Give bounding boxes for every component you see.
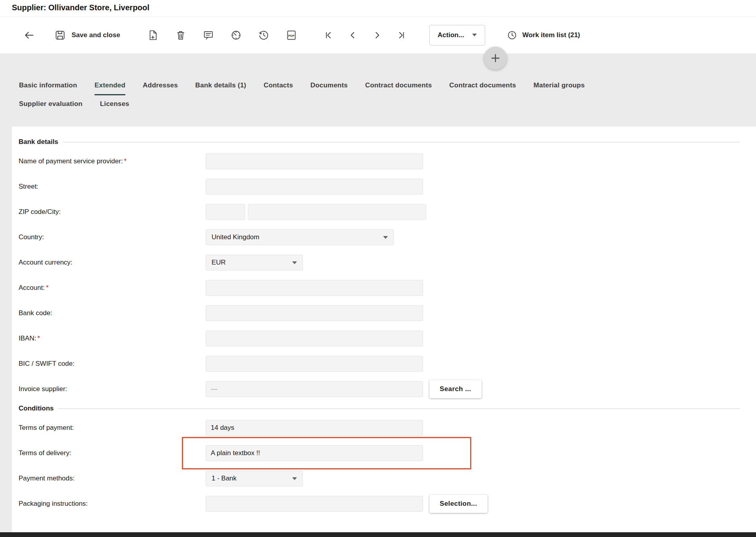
first-record-button[interactable] bbox=[321, 28, 335, 42]
last-record-button[interactable] bbox=[395, 28, 409, 42]
field-label: Name of payment service provider:* bbox=[19, 157, 206, 165]
packaging-instructions-input[interactable] bbox=[206, 496, 423, 512]
payment-methods-label-text: Payment methods: bbox=[19, 475, 75, 482]
currency-select[interactable]: EUR bbox=[206, 255, 303, 270]
field-label: Bank code: bbox=[19, 309, 206, 317]
invoice-supplier-input[interactable] bbox=[206, 381, 423, 397]
tab-basic-information[interactable]: Basic information bbox=[19, 81, 77, 95]
toolbar-icon-group: PDF bbox=[146, 28, 299, 43]
svg-text:PDF: PDF bbox=[288, 34, 295, 38]
tab-addresses[interactable]: Addresses bbox=[143, 81, 178, 95]
terms-of-delivery-input[interactable] bbox=[206, 445, 423, 461]
tab-extended[interactable]: Extended bbox=[94, 81, 125, 95]
bic-input[interactable] bbox=[206, 356, 423, 372]
row-account-currency: Account currency: EUR bbox=[19, 250, 756, 275]
iban-label-text: IBAN: bbox=[19, 335, 36, 342]
packaging-label-text: Packaging instructions: bbox=[19, 500, 88, 507]
street-input[interactable] bbox=[206, 179, 423, 195]
row-payment-provider: Name of payment service provider:* bbox=[19, 149, 756, 174]
chevron-down-icon bbox=[292, 261, 297, 264]
tab-contract-documents-1[interactable]: Contract documents bbox=[365, 81, 432, 95]
field-label: IBAN:* bbox=[19, 335, 206, 342]
account-label-text: Account: bbox=[19, 284, 45, 291]
country-select[interactable]: United Kingdom bbox=[206, 229, 394, 245]
tab-documents[interactable]: Documents bbox=[310, 81, 348, 95]
field-label: Invoice supplier: bbox=[19, 385, 206, 393]
field-label: Account:* bbox=[19, 284, 206, 292]
clock-icon bbox=[507, 30, 518, 41]
row-account: Account:* bbox=[19, 275, 756, 301]
currency-label-text: Account currency: bbox=[19, 259, 72, 266]
next-record-button[interactable] bbox=[370, 28, 384, 42]
selection-button[interactable]: Selection... bbox=[429, 495, 488, 513]
gauge-icon bbox=[230, 29, 242, 41]
search-button[interactable]: Search ... bbox=[429, 380, 482, 398]
provider-input[interactable] bbox=[206, 153, 423, 169]
history-icon bbox=[258, 29, 270, 41]
section-bank-details-label: Bank details bbox=[19, 138, 58, 146]
comment-icon bbox=[202, 29, 214, 41]
first-page-icon bbox=[323, 30, 334, 41]
section-bank-details: Bank details bbox=[19, 135, 756, 149]
history-button[interactable] bbox=[256, 28, 271, 43]
chevron-down-icon bbox=[383, 236, 388, 239]
last-page-icon bbox=[396, 30, 407, 41]
next-page-icon bbox=[372, 30, 383, 41]
action-dropdown[interactable]: Action... bbox=[429, 25, 485, 45]
terms-delivery-label-text: Terms of delivery: bbox=[19, 449, 71, 457]
pdf-icon: PDF bbox=[285, 29, 297, 41]
row-bic: BIC / SWIFT code: bbox=[19, 351, 756, 376]
back-button[interactable] bbox=[22, 28, 37, 43]
tab-contacts[interactable]: Contacts bbox=[264, 81, 293, 95]
comment-button[interactable] bbox=[201, 28, 216, 43]
toolbar: Save and close bbox=[0, 17, 756, 53]
field-label: BIC / SWIFT code: bbox=[19, 360, 206, 368]
page-title: Supplier: Ollivander Store, Liverpool bbox=[12, 3, 149, 12]
tab-supplier-evaluation[interactable]: Supplier evaluation bbox=[19, 100, 83, 113]
work-item-list-button[interactable]: Work item list (21) bbox=[504, 29, 582, 41]
tab-licenses[interactable]: Licenses bbox=[100, 100, 129, 113]
tab-row-2: Supplier evaluation Licenses bbox=[10, 100, 752, 113]
country-label-text: Country: bbox=[19, 233, 44, 241]
tab-bar: Basic information Extended Addresses Ban… bbox=[10, 81, 752, 113]
row-invoice-supplier: Invoice supplier: Search ... bbox=[19, 376, 756, 402]
invoice-supplier-label-text: Invoice supplier: bbox=[19, 385, 67, 393]
field-label: ZIP code/City: bbox=[19, 208, 206, 216]
work-item-list-label: Work item list (21) bbox=[522, 31, 580, 39]
save-and-close-button[interactable]: Save and close bbox=[52, 29, 123, 42]
section-divider bbox=[59, 408, 740, 409]
form-panel: Bank details Name of payment service pro… bbox=[12, 127, 756, 537]
payment-methods-select-value: 1 - Bank bbox=[212, 475, 236, 482]
section-divider bbox=[63, 142, 740, 142]
zip-input[interactable] bbox=[206, 204, 245, 220]
tab-material-groups[interactable]: Material groups bbox=[533, 81, 585, 95]
row-terms-of-delivery: Terms of delivery: bbox=[19, 441, 756, 466]
pdf-export-button[interactable]: PDF bbox=[284, 28, 299, 43]
row-payment-methods: Payment methods: 1 - Bank bbox=[19, 466, 756, 491]
terms-of-payment-input[interactable] bbox=[206, 420, 423, 436]
row-terms-of-payment: Terms of payment: bbox=[19, 415, 756, 441]
payment-methods-select[interactable]: 1 - Bank bbox=[206, 471, 303, 486]
iban-input[interactable] bbox=[206, 331, 423, 346]
trash-icon bbox=[175, 29, 187, 41]
tab-bank-details[interactable]: Bank details (1) bbox=[195, 81, 246, 95]
save-icon bbox=[54, 29, 66, 41]
account-input[interactable] bbox=[206, 280, 423, 296]
street-label-text: Street: bbox=[19, 183, 38, 190]
previous-page-icon bbox=[347, 30, 358, 41]
field-label: Account currency: bbox=[19, 259, 206, 267]
action-dropdown-label: Action... bbox=[438, 31, 464, 39]
bank-code-label-text: Bank code: bbox=[19, 309, 52, 317]
add-button[interactable] bbox=[484, 47, 507, 70]
gauge-button[interactable] bbox=[229, 28, 244, 43]
bank-code-input[interactable] bbox=[206, 305, 423, 321]
back-arrow-icon bbox=[23, 29, 35, 41]
city-input[interactable] bbox=[248, 204, 426, 220]
new-document-button[interactable] bbox=[146, 28, 161, 43]
field-label: Payment methods: bbox=[19, 475, 206, 482]
delete-button[interactable] bbox=[173, 28, 188, 43]
terms-payment-label-text: Terms of payment: bbox=[19, 424, 74, 431]
previous-record-button[interactable] bbox=[346, 28, 360, 42]
tab-contract-documents-2[interactable]: Contract documents bbox=[449, 81, 516, 95]
record-navigation bbox=[321, 28, 409, 42]
